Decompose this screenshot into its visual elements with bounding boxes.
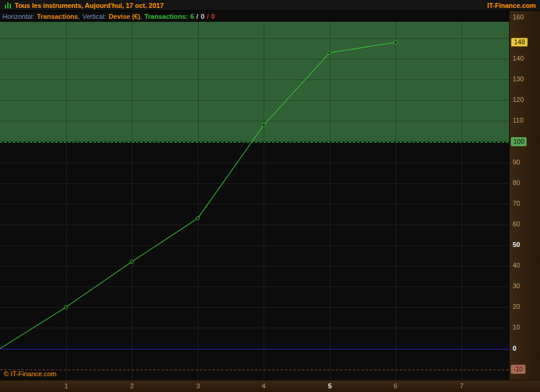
chart-area[interactable]: Horizontal: Transactions , Vertical: Dev… bbox=[0, 11, 509, 380]
transactions-losses: 0 bbox=[211, 13, 215, 20]
equity-curve-chart bbox=[0, 11, 509, 380]
y-tick-label: 90 bbox=[513, 158, 520, 167]
y-tick-label: 50 bbox=[513, 240, 520, 249]
horizontal-axis-label: Horizontal: bbox=[2, 13, 35, 20]
y-tick-label: 70 bbox=[513, 199, 520, 208]
x-tick-label: 6 bbox=[388, 380, 403, 392]
y-tick-label: 60 bbox=[513, 220, 520, 229]
chart-icon bbox=[4, 2, 12, 9]
data-point-marker bbox=[196, 217, 200, 220]
transactions-label: Transactions: bbox=[145, 13, 188, 20]
y-tick-label: 160 bbox=[513, 13, 524, 22]
vertical-axis-value: Devise (€) bbox=[109, 13, 140, 20]
horizontal-axis-value: Transactions bbox=[37, 13, 78, 20]
y-tick-label: 30 bbox=[513, 282, 520, 291]
green-zone bbox=[0, 11, 509, 142]
data-point-marker bbox=[328, 51, 332, 55]
y-tick-label: 120 bbox=[513, 95, 524, 104]
y-tick-label: 80 bbox=[513, 178, 520, 188]
y-tick-label: 100 bbox=[511, 137, 527, 146]
copyright: © IT-Finance.com bbox=[4, 370, 56, 377]
transactions-flat: 0 bbox=[200, 13, 204, 20]
y-tick-label: 0 bbox=[513, 344, 516, 353]
title-bar: Tous les instruments, Aujourd'hui, 17 oc… bbox=[0, 0, 540, 11]
x-tick-label: 7 bbox=[454, 380, 469, 392]
x-tick-label: 2 bbox=[125, 380, 139, 392]
x-tick-label: 5 bbox=[323, 380, 337, 392]
y-tick-label: 130 bbox=[513, 75, 524, 84]
y-tick-label: 40 bbox=[513, 261, 520, 270]
brand-link[interactable]: IT-Finance.com bbox=[487, 2, 536, 9]
separator-slash: / bbox=[207, 13, 209, 20]
y-tick-label: 10 bbox=[513, 323, 520, 332]
window-title: Tous les instruments, Aujourd'hui, 17 oc… bbox=[15, 2, 163, 9]
last-value-marker: 148 bbox=[511, 38, 528, 47]
y-tick-label: 140 bbox=[513, 54, 524, 63]
y-tick-label: -10 bbox=[511, 365, 525, 374]
chart-window: Tous les instruments, Aujourd'hui, 17 oc… bbox=[0, 0, 540, 392]
x-axis[interactable]: 1234567 bbox=[0, 380, 540, 392]
separator-comma: , bbox=[140, 13, 142, 20]
separator-slash: / bbox=[196, 13, 198, 20]
info-bar: Horizontal: Transactions , Vertical: Dev… bbox=[0, 11, 509, 22]
data-point-marker bbox=[394, 41, 398, 44]
separator-comma: , bbox=[78, 13, 80, 20]
data-point-marker bbox=[64, 306, 68, 309]
transactions-wins: 6 bbox=[190, 13, 194, 20]
y-axis[interactable]: 1601401301201101009080706050403020100-10… bbox=[509, 11, 540, 380]
x-tick-label: 1 bbox=[59, 380, 73, 392]
y-tick-label: 110 bbox=[513, 116, 524, 125]
data-point-marker bbox=[130, 260, 134, 264]
data-point-marker bbox=[262, 123, 265, 127]
content-row: Horizontal: Transactions , Vertical: Dev… bbox=[0, 11, 540, 380]
x-tick-label: 4 bbox=[256, 380, 271, 392]
vertical-axis-label: Vertical: bbox=[83, 13, 106, 20]
y-tick-label: 20 bbox=[513, 302, 520, 311]
x-tick-label: 3 bbox=[191, 380, 205, 392]
